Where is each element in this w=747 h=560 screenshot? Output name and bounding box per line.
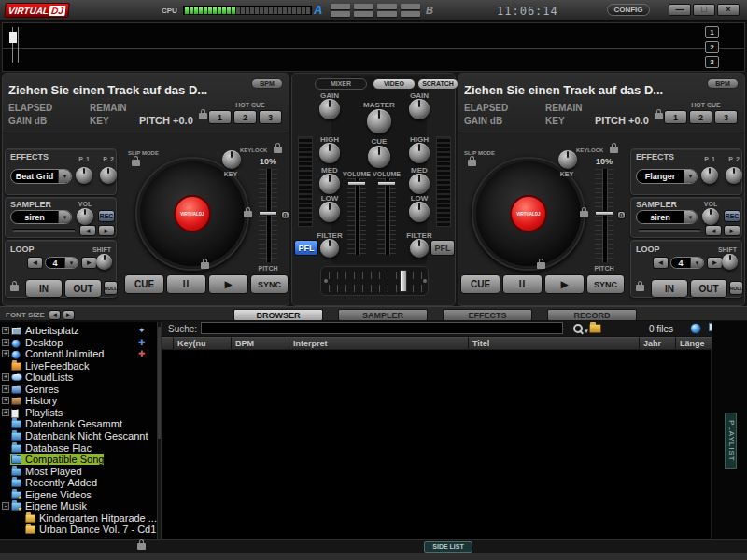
maximize-button[interactable]: □ [693, 4, 715, 16]
deck-a-track-title[interactable]: Ziehen Sie einen Track auf das D... [8, 83, 246, 98]
deck-b-loop-halve-button[interactable] [653, 257, 669, 269]
open-folder-icon[interactable] [589, 324, 601, 333]
column-header-Jahr[interactable]: Jahr [640, 337, 676, 349]
deck-a-loop-halve-button[interactable] [27, 257, 43, 269]
deck-a-hot-cue-1-button[interactable]: 1 [208, 110, 232, 124]
tree-item[interactable]: LiveFeedback [0, 360, 157, 372]
tree-item[interactable]: Compatible Songs [0, 454, 157, 466]
deck-b-pfl-button[interactable]: PFL [430, 240, 455, 256]
crossfader[interactable] [320, 266, 429, 296]
column-header-Interpret[interactable]: Interpret [289, 337, 469, 349]
deck-b-loop-length-dropdown[interactable]: 4 [670, 257, 704, 269]
deck-b-effects-dropdown-arrow-icon[interactable] [684, 170, 697, 183]
collapse-icon[interactable]: - [2, 502, 9, 510]
deck-a-filter-knob[interactable] [320, 239, 339, 258]
deck-a-hot-cue-3-button[interactable]: 3 [259, 110, 282, 124]
deck-a-pfl-button[interactable]: PFL [294, 240, 318, 256]
crossfader-handle[interactable] [400, 270, 407, 292]
expand-icon[interactable]: + [2, 409, 9, 416]
tree-item[interactable]: +Playlists [0, 407, 157, 419]
deck-b-loop-out-button[interactable]: OUT [690, 279, 727, 298]
deck-b-loop-shift-knob[interactable] [722, 254, 738, 270]
deck-a-med-knob[interactable] [319, 174, 340, 194]
deck-b-loop-roll-button[interactable]: ROLL [729, 281, 743, 295]
deck-b-gain-knob[interactable] [409, 99, 430, 119]
deck-b-sampler-next-button[interactable] [724, 225, 740, 236]
deck-b-med-knob[interactable] [409, 174, 430, 194]
waveform-zoom-1-button[interactable]: 1 [705, 26, 719, 38]
tree-item[interactable]: +CloudLists [0, 371, 157, 384]
deck-b-pitch-zero-button[interactable]: 0 [617, 211, 626, 219]
waveform-zoom-3-button[interactable]: 3 [705, 56, 719, 68]
deck-a-pause-button[interactable]: II [166, 274, 206, 294]
deck-b-bpm-badge[interactable]: BPM [707, 78, 739, 89]
tree-item[interactable]: +History [0, 395, 157, 407]
deck-a-loop-length-dropdown[interactable]: 4 [45, 257, 78, 269]
deck-a-loop-in-button[interactable]: IN [25, 279, 63, 298]
deck-b-sync-button[interactable]: SYNC [586, 274, 625, 294]
deck-a-volume-fader[interactable] [347, 178, 366, 255]
font-size-decrease-button[interactable] [49, 310, 61, 320]
deck-b-loop-double-button[interactable] [707, 257, 723, 269]
deck-a-volume-handle[interactable] [347, 181, 366, 186]
deck-a-loop-roll-button[interactable]: ROLL [104, 281, 118, 295]
deck-a-sampler-dropdown-arrow-icon[interactable] [58, 211, 71, 223]
deck-b-sampler-vol-knob[interactable] [702, 208, 719, 225]
expand-icon[interactable]: + [2, 339, 9, 346]
deck-a-low-knob[interactable] [319, 202, 340, 222]
tree-item[interactable]: +Genres [0, 384, 157, 396]
track-list[interactable] [162, 349, 712, 539]
column-header-Titel[interactable]: Titel [469, 337, 640, 349]
netsearch-icon[interactable] [690, 323, 701, 334]
tree-item[interactable]: Eigene Videos [0, 489, 157, 501]
deck-a-pitch-slider[interactable] [259, 169, 277, 262]
tab-record[interactable]: RECORD [547, 309, 637, 321]
deck-b-effects-dropdown[interactable]: Flanger [636, 169, 698, 184]
deck-a-effect-p1-knob[interactable] [76, 167, 92, 184]
search-icon[interactable] [572, 323, 584, 334]
deck-a-play-button[interactable]: ▶ [208, 274, 248, 294]
tab-browser[interactable]: BROWSER [233, 309, 323, 321]
tree-item[interactable]: Urban Dance Vol. 7 - Cd1 [0, 524, 157, 536]
tab-effects[interactable]: EFFECTS [443, 309, 532, 321]
tree-item[interactable]: Datenbank Nicht Gescannt [0, 430, 157, 442]
deck-b-volume-handle[interactable] [377, 181, 396, 186]
tab-mixer[interactable]: MIXER [315, 78, 367, 90]
deck-a-high-knob[interactable] [319, 143, 340, 163]
deck-a-pitch-zero-button[interactable]: 0 [281, 211, 289, 219]
expand-icon[interactable]: + [2, 373, 9, 381]
column-header-Länge[interactable]: Länge [676, 337, 713, 349]
tree-item[interactable]: +ContentUnlimited [0, 348, 157, 360]
deck-b-pause-button[interactable]: II [502, 274, 543, 294]
config-button[interactable]: CONFIG [607, 4, 650, 16]
deck-a-hot-cue-2-button[interactable]: 2 [233, 110, 257, 124]
deck-a-loop-shift-knob[interactable] [96, 254, 112, 270]
deck-a-loop-out-button[interactable]: OUT [64, 279, 102, 298]
deck-b-effect-p2-knob[interactable] [726, 167, 742, 184]
font-size-increase-button[interactable] [63, 310, 75, 320]
waveform-zoom-2-button[interactable]: 2 [705, 41, 719, 53]
side-list-button[interactable]: SIDE LIST [424, 541, 472, 553]
expand-icon[interactable]: + [2, 350, 9, 357]
deck-a-bpm-badge[interactable]: BPM [251, 78, 283, 89]
deck-b-effect-p1-knob[interactable] [701, 167, 718, 184]
deck-a-loop-double-button[interactable] [81, 257, 97, 269]
tree-item[interactable]: -Eigene Musik [0, 500, 157, 512]
deck-b-loop-in-button[interactable]: IN [651, 279, 688, 298]
tab-scratch[interactable]: SCRATCH [417, 78, 458, 90]
deck-b-volume-fader[interactable] [377, 178, 396, 255]
column-header-Key(nu[interactable]: Key(nu [174, 337, 232, 349]
cue-knob[interactable] [368, 146, 390, 168]
deck-a-cue-button[interactable]: CUE [124, 274, 164, 294]
deck-b-sampler-dropdown[interactable]: siren [636, 210, 698, 224]
tree-item[interactable]: +Arbeitsplatz [0, 325, 157, 337]
deck-b-sampler-rec-button[interactable]: REC [724, 210, 740, 222]
column-header-BPM[interactable]: BPM [232, 337, 289, 349]
deck-b-hot-cue-1-button[interactable]: 1 [664, 110, 687, 124]
deck-b-pitch-slider[interactable] [595, 169, 613, 262]
deck-a-gain-knob[interactable] [319, 99, 340, 119]
deck-b-key-knob[interactable] [558, 150, 577, 169]
expand-icon[interactable]: + [2, 397, 9, 404]
tree-item[interactable]: Database Flac [0, 442, 157, 455]
deck-a-sampler-vol-knob[interactable] [77, 208, 93, 225]
